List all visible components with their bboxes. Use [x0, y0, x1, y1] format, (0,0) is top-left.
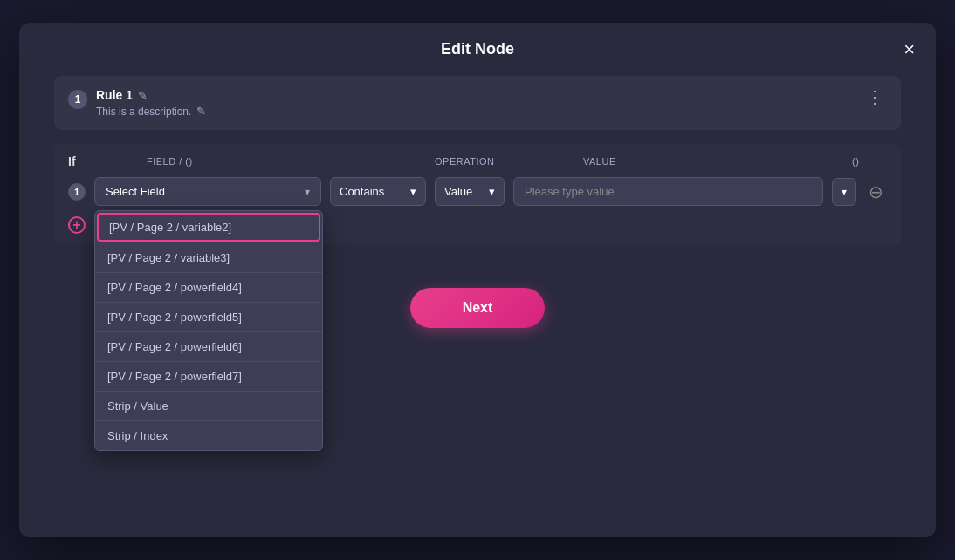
dropdown-item[interactable]: [PV / Page 2 / powerfield7]: [95, 362, 322, 392]
modal-header: Edit Node ×: [19, 23, 936, 76]
rule-more-button[interactable]: ⋮: [862, 88, 887, 106]
rule-number-badge: 1: [68, 90, 87, 109]
condition-row: 1 Select Field ▾ Contains ▾ Value ▾: [68, 177, 887, 206]
close-button[interactable]: ×: [900, 37, 918, 63]
operation-dropdown[interactable]: Contains ▾: [330, 177, 426, 206]
select-field-dropdown[interactable]: Select Field ▾: [94, 177, 321, 206]
dropdown-item[interactable]: [PV / Page 2 / powerfield6]: [95, 332, 322, 362]
add-rule-plus-icon[interactable]: +: [68, 216, 86, 234]
condition-row-number: 1: [68, 183, 86, 201]
select-field-label: Select Field: [106, 185, 165, 198]
parens-column-header: (): [852, 156, 887, 167]
next-button[interactable]: Next: [410, 288, 546, 328]
rule-name-edit-icon[interactable]: ✎: [138, 89, 148, 102]
select-field-arrow: ▾: [305, 186, 310, 198]
remove-condition-button[interactable]: ⊖: [865, 183, 887, 201]
rule-desc-edit-icon[interactable]: ✎: [196, 105, 206, 118]
dropdown-item[interactable]: [PV / Page 2 / powerfield5]: [95, 303, 322, 332]
rule-card-left: 1 Rule 1 ✎ This is a description. ✎: [68, 88, 206, 118]
condition-area: If FIELD / () Operation Value () 1 Selec…: [54, 144, 901, 244]
operation-column-header: Operation: [435, 156, 531, 167]
rule-desc-text: This is a description.: [96, 106, 191, 118]
rule-description: This is a description. ✎: [96, 105, 206, 118]
modal-body: 1 Rule 1 ✎ This is a description. ✎ ⋮ I: [19, 76, 936, 262]
modal-title: Edit Node: [441, 40, 514, 58]
operation-arrow: ▾: [410, 185, 416, 198]
dropdown-item[interactable]: Strip / Index: [95, 421, 322, 450]
field-dropdown-list: [PV / Page 2 / variable2][PV / Page 2 / …: [94, 210, 323, 451]
value-type-arrow: ▾: [489, 185, 495, 198]
if-label: If: [68, 154, 94, 168]
value-arrow-button[interactable]: ▾: [832, 178, 856, 206]
rule-card: 1 Rule 1 ✎ This is a description. ✎ ⋮: [54, 76, 901, 130]
rule-name-row: Rule 1 ✎: [96, 88, 206, 102]
dropdown-item[interactable]: Strip / Value: [95, 392, 322, 421]
field-column-header: FIELD / (): [147, 156, 382, 167]
dropdown-item[interactable]: [PV / Page 2 / variable3]: [95, 243, 322, 273]
value-column-header: Value: [583, 156, 800, 167]
operation-label: Contains: [340, 185, 384, 198]
condition-header: If FIELD / () Operation Value (): [68, 154, 887, 168]
value-type-label: Value: [444, 185, 472, 198]
dropdown-item[interactable]: [PV / Page 2 / powerfield4]: [95, 273, 322, 303]
modal: Edit Node × 1 Rule 1 ✎ This is a descrip…: [19, 23, 936, 537]
dropdown-item[interactable]: [PV / Page 2 / variable2]: [97, 213, 320, 242]
value-input[interactable]: [513, 177, 823, 206]
value-type-dropdown[interactable]: Value ▾: [435, 177, 505, 206]
rule-name: Rule 1: [96, 88, 133, 102]
rule-card-content: Rule 1 ✎ This is a description. ✎: [96, 88, 206, 118]
